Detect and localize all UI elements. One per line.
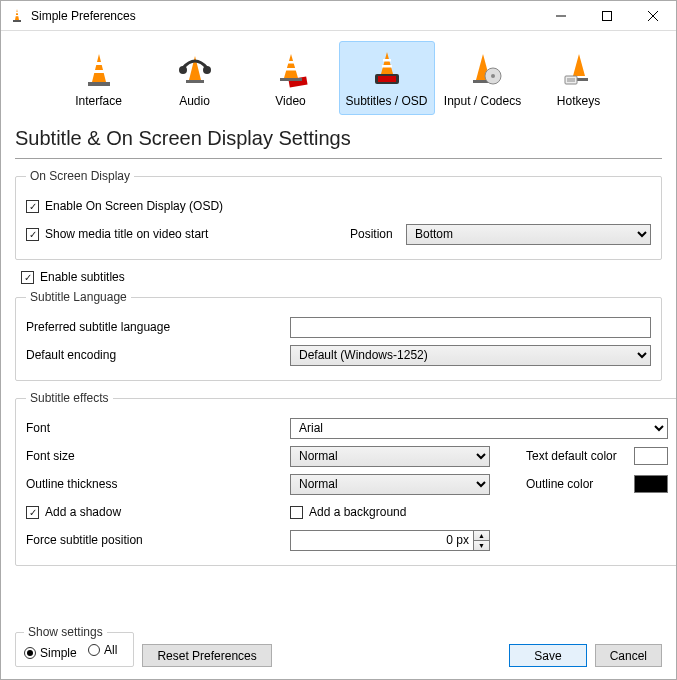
vlc-icon: [9, 8, 25, 24]
svg-marker-21: [381, 52, 393, 74]
font-select[interactable]: Arial: [290, 418, 668, 439]
svg-rect-9: [95, 62, 103, 65]
svg-rect-20: [280, 78, 302, 81]
checkbox-label: Add a shadow: [45, 505, 121, 519]
footer: Show settings Simple All Reset Preferenc…: [1, 617, 676, 679]
svg-rect-11: [88, 82, 110, 86]
tab-label: Video: [275, 94, 305, 108]
encoding-label: Default encoding: [26, 348, 282, 362]
svg-rect-25: [378, 76, 396, 82]
spinner-up-icon[interactable]: ▲: [474, 530, 490, 540]
subtitle-effects-group: Subtitle effects Font Arial Font size No…: [15, 391, 676, 566]
text-color-swatch[interactable]: [634, 447, 668, 465]
tab-hotkeys[interactable]: Hotkeys: [531, 41, 627, 115]
outline-color-swatch[interactable]: [634, 475, 668, 493]
svg-rect-1: [16, 12, 19, 13]
svg-marker-30: [573, 54, 585, 76]
svg-rect-23: [382, 65, 392, 68]
radio-label: All: [104, 643, 117, 657]
enable-osd-checkbox[interactable]: ✓ Enable On Screen Display (OSD): [26, 199, 223, 213]
lang-legend: Subtitle Language: [26, 290, 131, 304]
spinner-input[interactable]: [290, 530, 474, 551]
svg-rect-3: [13, 20, 21, 22]
tab-subtitles[interactable]: Subtitles / OSD: [339, 41, 435, 115]
osd-group: On Screen Display ✓ Enable On Screen Dis…: [15, 169, 662, 260]
checkbox-label: Enable On Screen Display (OSD): [45, 199, 223, 213]
force-position-spinner[interactable]: ▲ ▼: [290, 530, 490, 551]
tab-video[interactable]: Video: [243, 41, 339, 115]
checkbox-label: Add a background: [309, 505, 406, 519]
tab-audio[interactable]: Audio: [147, 41, 243, 115]
tab-interface[interactable]: Interface: [51, 41, 147, 115]
svg-rect-22: [383, 59, 391, 62]
radio-selected-icon: [24, 647, 36, 659]
radio-label: Simple: [40, 646, 77, 660]
outline-select[interactable]: Normal: [290, 474, 490, 495]
tab-label: Subtitles / OSD: [345, 94, 427, 108]
simple-radio[interactable]: Simple: [24, 646, 77, 660]
svg-rect-32: [565, 76, 577, 84]
subtitle-language-group: Subtitle Language Preferred subtitle lan…: [15, 290, 662, 381]
close-button[interactable]: [630, 1, 676, 31]
show-title-checkbox[interactable]: ✓ Show media title on video start: [26, 227, 342, 241]
cone-clapper-icon: [271, 50, 311, 90]
cone-disc-icon: [463, 50, 503, 90]
show-settings-group: Show settings Simple All: [15, 625, 134, 667]
position-label: Position: [350, 227, 398, 241]
maximize-button[interactable]: [584, 1, 630, 31]
svg-rect-17: [287, 61, 295, 64]
content-area: On Screen Display ✓ Enable On Screen Dis…: [1, 159, 676, 617]
encoding-select[interactable]: Default (Windows-1252): [290, 345, 651, 366]
cone-icon: [79, 50, 119, 90]
svg-marker-16: [284, 54, 298, 78]
save-button[interactable]: Save: [509, 644, 586, 667]
cone-headphones-icon: [175, 50, 215, 90]
checkmark-icon: ✓: [26, 228, 39, 241]
font-size-label: Font size: [26, 449, 282, 463]
checkmark-icon: ✓: [21, 271, 34, 284]
cancel-button[interactable]: Cancel: [595, 644, 662, 667]
tab-label: Input / Codecs: [444, 94, 521, 108]
checkbox-label: Enable subtitles: [40, 270, 125, 284]
effects-legend: Subtitle effects: [26, 391, 113, 405]
spinner-down-icon[interactable]: ▼: [474, 540, 490, 551]
titlebar: Simple Preferences: [1, 1, 676, 31]
shadow-checkbox[interactable]: ✓ Add a shadow: [26, 505, 282, 519]
enable-subtitles-checkbox[interactable]: ✓ Enable subtitles: [21, 270, 662, 284]
reset-button[interactable]: Reset Preferences: [142, 644, 271, 667]
empty-check-icon: [290, 506, 303, 519]
font-size-select[interactable]: Normal: [290, 446, 490, 467]
text-color-label: Text default color: [526, 449, 626, 463]
outline-color-label: Outline color: [526, 477, 626, 491]
svg-rect-18: [286, 68, 296, 71]
outline-label: Outline thickness: [26, 477, 282, 491]
svg-marker-0: [15, 9, 19, 20]
checkmark-icon: ✓: [26, 200, 39, 213]
svg-point-15: [203, 66, 211, 74]
background-checkbox[interactable]: Add a background: [290, 505, 406, 519]
page-title: Subtitle & On Screen Display Settings: [1, 115, 676, 158]
tab-input-codecs[interactable]: Input / Codecs: [435, 41, 531, 115]
svg-rect-2: [15, 15, 19, 16]
minimize-button[interactable]: [538, 1, 584, 31]
preferred-lang-label: Preferred subtitle language: [26, 320, 282, 334]
font-label: Font: [26, 421, 282, 435]
preferred-lang-input[interactable]: [290, 317, 651, 338]
window-title: Simple Preferences: [31, 9, 538, 23]
show-settings-legend: Show settings: [24, 625, 107, 639]
checkmark-icon: ✓: [26, 506, 39, 519]
svg-point-29: [491, 74, 495, 78]
category-tabs: Interface Audio Video Subtitles / OSD In…: [1, 31, 676, 115]
cone-keyboard-icon: [559, 50, 599, 90]
osd-legend: On Screen Display: [26, 169, 134, 183]
svg-point-14: [179, 66, 187, 74]
tab-label: Audio: [179, 94, 210, 108]
svg-marker-8: [92, 54, 106, 82]
all-radio[interactable]: All: [88, 643, 117, 657]
svg-rect-10: [94, 70, 104, 73]
cone-display-icon: [367, 50, 407, 90]
force-position-label: Force subtitle position: [26, 533, 282, 547]
position-select[interactable]: Bottom: [406, 224, 651, 245]
tab-label: Hotkeys: [557, 94, 600, 108]
tab-label: Interface: [75, 94, 122, 108]
